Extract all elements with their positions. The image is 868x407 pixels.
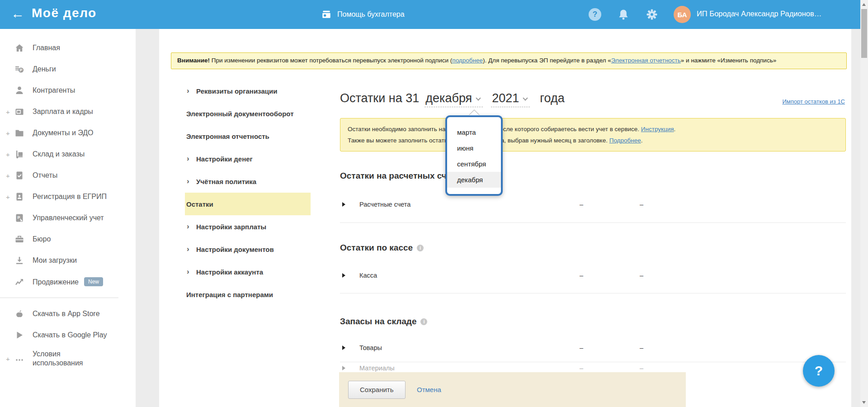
warning-link-otchetnost[interactable]: Электронная отчетность xyxy=(611,57,681,64)
settings-nav-integratsiya[interactable]: Интеграция с партнерами xyxy=(185,283,311,306)
year-dropdown-trigger[interactable]: 2021 xyxy=(491,91,530,107)
settings-nav-otchetnost[interactable]: Электронная отчетность xyxy=(185,125,311,147)
sidebar-item-prodvizhenie[interactable]: ПродвижениеNew xyxy=(0,271,136,292)
sidebar-item-usloviya[interactable]: + Условия использования xyxy=(0,345,136,372)
row-value-1: – xyxy=(580,344,583,351)
svg-text:Р: Р xyxy=(17,215,20,219)
gear-icon[interactable] xyxy=(646,8,658,21)
save-bar: Сохранить Отмена xyxy=(339,372,686,407)
month-option-sentyabrya[interactable]: сентября xyxy=(447,156,501,172)
back-arrow-icon[interactable]: ← xyxy=(11,5,24,22)
sidebar-item-zarplata[interactable]: + Зарплата и кадры xyxy=(0,101,136,122)
expand-triangle-icon[interactable] xyxy=(342,202,345,207)
settings-nav: ›Реквизиты организации Электронный докум… xyxy=(185,80,311,306)
chevron-right-icon: › xyxy=(187,154,189,163)
warning-banner: Внимание! При изменении реквизитов может… xyxy=(171,52,847,69)
sidebar-item-label: Деньги xyxy=(33,65,56,73)
more-link[interactable]: Подробнее xyxy=(609,137,641,144)
dropdown-notch xyxy=(469,110,479,115)
sidebar-item-dokumenty[interactable]: + Документы и ЭДО xyxy=(0,122,136,143)
expand-triangle-icon[interactable] xyxy=(342,366,345,370)
sidebar-item-googleplay[interactable]: Скачать в Google Play xyxy=(0,324,136,345)
accountant-help-button[interactable]: Помощь бухгалтера xyxy=(321,0,405,29)
plus-icon: + xyxy=(6,108,10,115)
save-button[interactable]: Сохранить xyxy=(348,381,406,399)
settings-nav-rekvizity[interactable]: ›Реквизиты организации xyxy=(185,80,311,102)
info-icon[interactable]: i xyxy=(417,245,424,251)
table-row-raschetnye-scheta: Расчетные счета – – xyxy=(340,200,846,209)
warning-bold: Внимание! xyxy=(177,57,210,64)
info-icon[interactable]: i xyxy=(420,318,427,325)
sidebar-item-label: Контрагенты xyxy=(33,86,75,95)
info-line-2: Также вы можете заполнить остатки на кон… xyxy=(348,135,838,146)
sidebar-item-label: Отчеты xyxy=(33,171,57,180)
management-accounting-icon: Р xyxy=(14,213,24,223)
sidebar-item-byuro[interactable]: Бюро xyxy=(0,228,136,250)
row-value-2: – xyxy=(640,344,643,351)
settings-nav-zarplaty[interactable]: ›Настройки зарплаты xyxy=(185,215,311,238)
plus-icon: + xyxy=(6,171,10,179)
scrollbar-thumb[interactable] xyxy=(861,9,867,58)
row-value-2: – xyxy=(640,272,643,279)
sidebar-item-label: Документы и ЭДО xyxy=(33,129,94,137)
settings-nav-dengi[interactable]: ›Настройки денег xyxy=(185,147,311,170)
settings-nav-uchetnaya-politika[interactable]: ›Учётная политика xyxy=(185,170,311,193)
avatar[interactable]: БА xyxy=(674,6,691,23)
page-title: Остатки на 31декабря2021года xyxy=(340,91,565,105)
user-name[interactable]: ИП Бородач Александр Радионов… xyxy=(697,9,821,18)
wallet-icon xyxy=(14,107,24,117)
left-gutter xyxy=(136,29,159,407)
expand-triangle-icon[interactable] xyxy=(342,273,345,278)
sidebar: Главная Р Деньги Контрагенты + Зарплата … xyxy=(0,29,136,407)
sidebar-item-appstore[interactable]: Скачать в App Store xyxy=(0,303,136,324)
plus-icon: + xyxy=(6,150,10,158)
table-row-kassa: Касса – – xyxy=(340,271,846,280)
sidebar-item-dengi[interactable]: Р Деньги xyxy=(0,58,136,80)
sidebar-item-zagruzki[interactable]: Мои загрузки xyxy=(0,250,136,271)
settings-nav-ostatki[interactable]: Остатки xyxy=(185,193,311,215)
sidebar-item-egrip[interactable]: + Регистрация в ЕГРИП xyxy=(0,186,136,207)
section-title-sklad: Запасы на складеi xyxy=(340,317,427,327)
money-icon: Р xyxy=(14,64,24,74)
warning-link-podrobnee[interactable]: подробнее xyxy=(452,57,483,64)
title-prefix: Остатки на 31 xyxy=(340,91,419,105)
sidebar-item-upravlencheskiy[interactable]: Р Управленческий учет xyxy=(0,207,136,228)
settings-nav-akkaunta[interactable]: ›Настройки аккаунта xyxy=(185,260,311,283)
scrollbar[interactable] xyxy=(860,0,868,407)
month-option-dekabrya[interactable]: декабря xyxy=(447,172,501,188)
month-option-iyunya[interactable]: июня xyxy=(447,140,501,156)
cash-register-icon xyxy=(321,9,332,20)
help-icon[interactable]: ? xyxy=(589,8,601,21)
import-from-1c-link[interactable]: Импорт остатков из 1С xyxy=(782,98,845,105)
sidebar-item-sklad[interactable]: + Склад и заказы xyxy=(0,143,136,165)
apple-icon xyxy=(14,309,24,319)
sidebar-item-label: Мои загрузки xyxy=(33,256,77,265)
bell-icon[interactable] xyxy=(617,8,630,21)
settings-nav-dokumentov[interactable]: ›Настройки документов xyxy=(185,238,311,260)
warning-text: » и нажмите «Изменить подпись» xyxy=(681,57,776,64)
sidebar-item-label: ПродвижениеNew xyxy=(33,277,103,286)
month-option-marta[interactable]: марта xyxy=(447,124,501,140)
divider xyxy=(340,362,846,362)
scroll-down-arrow[interactable] xyxy=(862,401,866,404)
settings-nav-edo[interactable]: Электронный документооборот xyxy=(185,102,311,125)
expand-triangle-icon[interactable] xyxy=(342,345,345,350)
sidebar-item-otchety[interactable]: + Отчеты xyxy=(0,165,136,186)
sidebar-item-label: Склад и заказы xyxy=(33,150,85,158)
accountant-help-label: Помощь бухгалтера xyxy=(337,10,405,19)
new-badge: New xyxy=(84,277,103,286)
scroll-up-arrow[interactable] xyxy=(862,3,866,6)
cancel-link[interactable]: Отмена xyxy=(417,386,441,393)
help-fab-button[interactable]: ? xyxy=(803,355,835,387)
instruction-link[interactable]: Инструкция xyxy=(641,126,674,133)
sidebar-item-label: Регистрация в ЕГРИП xyxy=(33,193,107,201)
month-dropdown-trigger[interactable]: декабря xyxy=(425,91,483,107)
chevron-right-icon: › xyxy=(187,267,189,276)
sidebar-item-kontragenty[interactable]: Контрагенты xyxy=(0,80,136,101)
app-logo[interactable]: Моё дело xyxy=(32,6,97,20)
plus-icon: + xyxy=(6,193,10,200)
sidebar-item-glavnaya[interactable]: Главная xyxy=(0,37,136,58)
promotion-chart-icon xyxy=(14,277,24,287)
warning-text: ). Для перевыпуска ЭП перейдите в раздел… xyxy=(483,57,611,64)
plus-icon: + xyxy=(6,129,10,137)
